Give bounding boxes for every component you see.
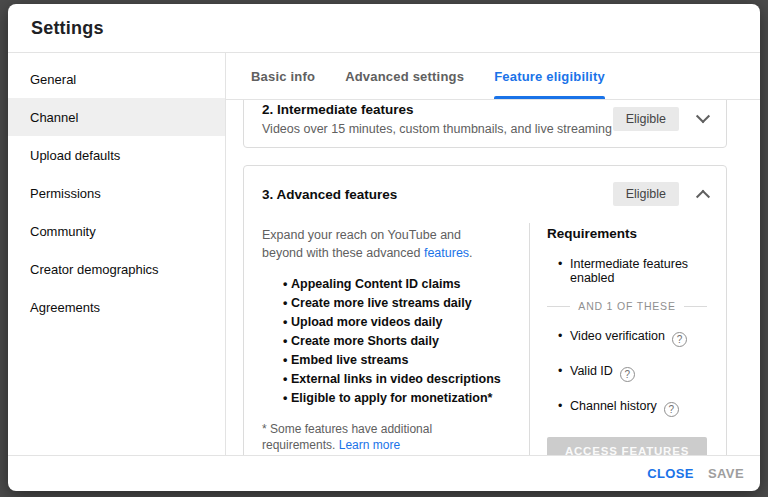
status-badge-eligible: Eligible: [613, 182, 679, 206]
feature-item: Appealing Content ID claims: [262, 275, 509, 294]
advanced-features-detail: Expand your reach on YouTube and beyond …: [244, 223, 726, 455]
settings-dialog: Settings General Channel Upload defaults…: [8, 4, 760, 491]
divider-label: AND 1 OF THESE: [570, 300, 683, 312]
feature-eligibility-panel: 2. Intermediate features Videos over 15 …: [226, 100, 760, 455]
intro-paragraph: Expand your reach on YouTube and beyond …: [262, 226, 504, 262]
sidebar-item-agreements[interactable]: Agreements: [8, 288, 225, 326]
channel-settings-content: Basic info Advanced settings Feature eli…: [226, 53, 760, 455]
dialog-title: Settings: [31, 18, 104, 39]
sidebar-item-creator-demographics[interactable]: Creator demographics: [8, 250, 225, 288]
learn-more-link[interactable]: Learn more: [339, 438, 400, 452]
advanced-features-card: 3. Advanced features Eligible Expand you…: [243, 165, 727, 455]
intermediate-features-card: 2. Intermediate features Videos over 15 …: [243, 100, 727, 148]
chevron-up-icon[interactable]: [696, 190, 710, 204]
feature-item: Create more live streams daily: [262, 294, 509, 313]
close-button[interactable]: CLOSE: [647, 466, 694, 481]
requirements-panel: Requirements Intermediate features enabl…: [529, 223, 727, 455]
advanced-features-header[interactable]: 3. Advanced features Eligible: [244, 166, 726, 215]
sidebar-item-channel[interactable]: Channel: [8, 98, 225, 136]
intermediate-features-subtitle: Videos over 15 minutes, custom thumbnail…: [262, 122, 612, 136]
requirement-option-video-verification: Video verification?: [547, 329, 707, 347]
access-features-button[interactable]: ACCESS FEATURES: [547, 437, 707, 455]
feature-item: External links in video descriptions: [262, 370, 509, 389]
requirements-heading: Requirements: [547, 226, 707, 241]
features-link[interactable]: features: [424, 246, 469, 260]
sidebar-item-community[interactable]: Community: [8, 212, 225, 250]
advanced-features-list: Appealing Content ID claims Create more …: [262, 275, 509, 408]
help-question-icon[interactable]: ?: [664, 402, 679, 417]
feature-item: Eligible to apply for monetization*: [262, 389, 509, 408]
help-question-icon[interactable]: ?: [672, 332, 687, 347]
tab-bar: Basic info Advanced settings Feature eli…: [226, 53, 760, 100]
intermediate-features-header[interactable]: 2. Intermediate features Videos over 15 …: [262, 102, 708, 136]
status-badge-eligible: Eligible: [613, 107, 679, 131]
requirement-primary: Intermediate features enabled: [547, 257, 707, 285]
chevron-down-icon[interactable]: [696, 109, 710, 123]
requirement-option-channel-history: Channel history?: [547, 399, 707, 417]
dialog-header: Settings: [8, 4, 760, 53]
advanced-features-title: 3. Advanced features: [262, 187, 397, 202]
intermediate-features-title: 2. Intermediate features: [262, 102, 612, 117]
save-button[interactable]: SAVE: [708, 466, 744, 481]
tab-feature-eligibility[interactable]: Feature eligibility: [494, 53, 605, 99]
sidebar-item-general[interactable]: General: [8, 60, 225, 98]
requirement-option-valid-id: Valid ID?: [547, 364, 707, 382]
footnote: * Some features have additional requirem…: [262, 421, 500, 453]
help-question-icon[interactable]: ?: [620, 367, 635, 382]
feature-item: Upload more videos daily: [262, 313, 509, 332]
feature-item: Embed live streams: [262, 351, 509, 370]
settings-sidebar: General Channel Upload defaults Permissi…: [8, 53, 226, 455]
tab-advanced-settings[interactable]: Advanced settings: [345, 53, 464, 99]
feature-item: Create more Shorts daily: [262, 332, 509, 351]
and-one-of-these-divider: AND 1 OF THESE: [547, 300, 707, 312]
dialog-footer: CLOSE SAVE: [8, 455, 760, 491]
tab-basic-info[interactable]: Basic info: [251, 53, 315, 99]
modal-overlay: Settings General Channel Upload defaults…: [0, 0, 768, 497]
sidebar-item-permissions[interactable]: Permissions: [8, 174, 225, 212]
dialog-body: General Channel Upload defaults Permissi…: [8, 53, 760, 455]
advanced-features-description: Expand your reach on YouTube and beyond …: [244, 223, 529, 455]
sidebar-item-upload-defaults[interactable]: Upload defaults: [8, 136, 225, 174]
